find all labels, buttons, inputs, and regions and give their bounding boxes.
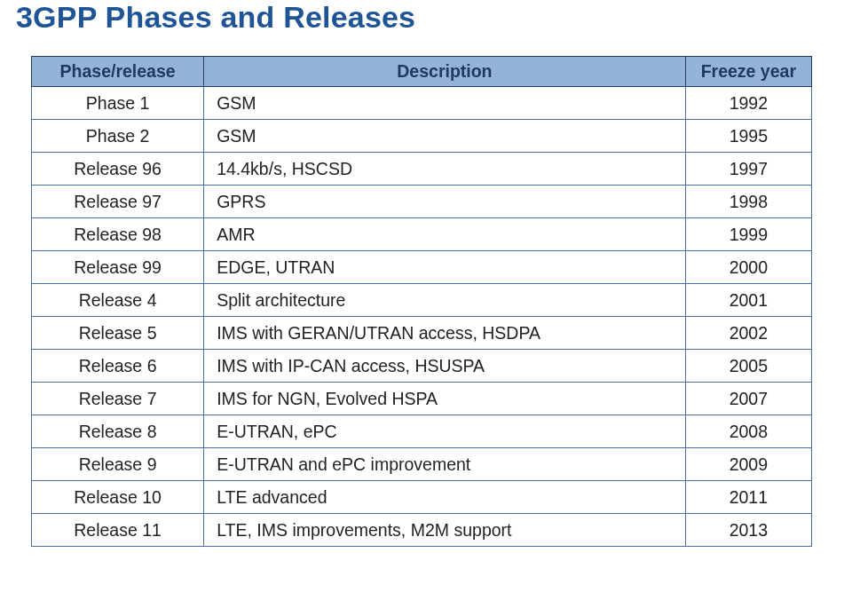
cell-phase: Release 10: [32, 481, 204, 514]
cell-year: 2000: [685, 251, 811, 284]
cell-phase: Release 6: [32, 350, 204, 383]
table-row: Release 97GPRS1998: [32, 186, 812, 218]
table-row: Release 4Split architecture2001: [32, 284, 812, 317]
cell-phase: Release 99: [32, 251, 204, 284]
cell-phase: Phase 1: [32, 87, 204, 120]
table-body: Phase 1GSM1992Phase 2GSM1995Release 9614…: [32, 87, 812, 547]
table-row: Release 10LTE advanced2011: [32, 481, 812, 514]
cell-year: 2009: [685, 448, 811, 481]
cell-phase: Release 97: [32, 186, 204, 218]
cell-phase: Release 7: [32, 383, 204, 415]
cell-description: GSM: [204, 120, 685, 153]
table-row: Release 99EDGE, UTRAN2000: [32, 251, 812, 284]
cell-year: 1998: [685, 186, 811, 218]
cell-year: 2007: [685, 383, 811, 415]
cell-description: Split architecture: [204, 284, 685, 317]
cell-description: 14.4kb/s, HSCSD: [204, 153, 685, 186]
cell-description: AMR: [204, 218, 685, 251]
table-row: Release 9614.4kb/s, HSCSD1997: [32, 153, 812, 186]
cell-description: LTE, IMS improvements, M2M support: [204, 514, 685, 547]
page-title: 3GPP Phases and Releases: [0, 0, 852, 35]
table-row: Release 98AMR1999: [32, 218, 812, 251]
table-row: Release 6IMS with IP-CAN access, HSUSPA2…: [32, 350, 812, 383]
releases-table: Phase/release Description Freeze year Ph…: [31, 56, 812, 547]
cell-phase: Release 98: [32, 218, 204, 251]
cell-phase: Release 4: [32, 284, 204, 317]
cell-phase: Release 11: [32, 514, 204, 547]
table-header-row: Phase/release Description Freeze year: [32, 57, 812, 87]
col-header-year: Freeze year: [685, 57, 811, 87]
table-row: Release 9E-UTRAN and ePC improvement2009: [32, 448, 812, 481]
cell-description: IMS for NGN, Evolved HSPA: [204, 383, 685, 415]
table-row: Phase 2GSM1995: [32, 120, 812, 153]
cell-year: 1997: [685, 153, 811, 186]
table-row: Phase 1GSM1992: [32, 87, 812, 120]
col-header-desc: Description: [204, 57, 685, 87]
cell-year: 1999: [685, 218, 811, 251]
cell-year: 2013: [685, 514, 811, 547]
cell-phase: Phase 2: [32, 120, 204, 153]
col-header-phase: Phase/release: [32, 57, 204, 87]
cell-phase: Release 8: [32, 415, 204, 448]
cell-phase: Release 96: [32, 153, 204, 186]
table-row: Release 5IMS with GERAN/UTRAN access, HS…: [32, 317, 812, 350]
cell-year: 2008: [685, 415, 811, 448]
cell-year: 1995: [685, 120, 811, 153]
cell-description: E-UTRAN and ePC improvement: [204, 448, 685, 481]
cell-description: GPRS: [204, 186, 685, 218]
cell-year: 2005: [685, 350, 811, 383]
cell-description: IMS with IP-CAN access, HSUSPA: [204, 350, 685, 383]
cell-year: 2002: [685, 317, 811, 350]
cell-year: 2001: [685, 284, 811, 317]
cell-description: GSM: [204, 87, 685, 120]
cell-description: LTE advanced: [204, 481, 685, 514]
cell-description: EDGE, UTRAN: [204, 251, 685, 284]
table-row: Release 8E-UTRAN, ePC2008: [32, 415, 812, 448]
cell-description: E-UTRAN, ePC: [204, 415, 685, 448]
table-row: Release 11LTE, IMS improvements, M2M sup…: [32, 514, 812, 547]
cell-phase: Release 5: [32, 317, 204, 350]
cell-year: 1992: [685, 87, 811, 120]
table-row: Release 7IMS for NGN, Evolved HSPA2007: [32, 383, 812, 415]
slide: 3GPP Phases and Releases Phase/release D…: [0, 0, 852, 616]
cell-description: IMS with GERAN/UTRAN access, HSDPA: [204, 317, 685, 350]
cell-year: 2011: [685, 481, 811, 514]
cell-phase: Release 9: [32, 448, 204, 481]
